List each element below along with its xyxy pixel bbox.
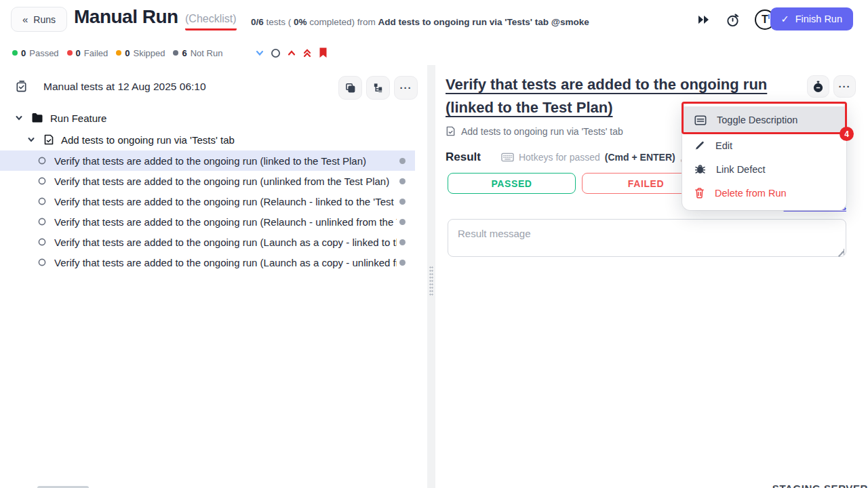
tree-folder-run-feature[interactable]: Run Feature <box>0 107 427 129</box>
document-check-icon <box>43 134 54 146</box>
tests-tree: Run Feature Add tests to ongoing run via… <box>0 107 427 272</box>
menu-item-edit[interactable]: Edit <box>682 134 846 157</box>
copy-icon <box>344 82 356 94</box>
menu-item-toggle-description[interactable]: Toggle Description <box>682 106 846 134</box>
check-icon: ✓ <box>781 14 789 24</box>
run-source: Add tests to ongoing run via 'Tests' tab… <box>378 17 589 27</box>
tree-icon <box>372 82 384 94</box>
chevron-down-icon[interactable] <box>27 136 35 144</box>
document-check-icon <box>446 125 456 137</box>
status-circle-icon <box>38 157 46 165</box>
page-title: Manual Run <box>74 6 178 28</box>
test-title: Verify that tests are added to the ongoi… <box>54 196 397 207</box>
annotation-step-badge: 4 <box>840 127 854 141</box>
menu-item-link-defect[interactable]: Link Defect <box>682 157 846 181</box>
app-window: « Runs Manual Run (Checklist) 0/6 tests … <box>0 0 868 488</box>
stat-passed: 0Passed <box>12 48 59 58</box>
notrun-dot-icon <box>399 199 406 205</box>
stopwatch-button[interactable] <box>807 75 829 98</box>
bug-icon <box>694 163 706 175</box>
stat-notrun: 6Not Run <box>173 48 222 58</box>
ellipsis-icon: ··· <box>839 81 851 92</box>
double-chevron-left-icon: « <box>22 14 28 25</box>
status-circle-icon <box>38 238 46 246</box>
run-stats-line: 0/6 tests ( 0% completed) from Add tests… <box>251 17 589 27</box>
tree-more-button[interactable]: ··· <box>394 76 418 100</box>
test-context-menu: Toggle Description Edit Link Defect Dele… <box>682 103 846 210</box>
detail-action-buttons: ··· <box>807 75 856 98</box>
copy-button[interactable] <box>338 76 362 100</box>
chevron-up-icon[interactable] <box>287 48 296 58</box>
notrun-dot-icon <box>399 219 406 225</box>
priority-filter-icons <box>255 47 328 59</box>
test-row[interactable]: Verify that tests are added to the ongoi… <box>0 211 415 232</box>
failed-dot-icon <box>67 50 73 56</box>
status-circle-icon <box>38 218 46 226</box>
run-checklist-icon <box>15 80 28 96</box>
keyboard-icon <box>501 152 514 162</box>
timer-icon[interactable] <box>726 13 740 27</box>
double-chevron-up-icon[interactable] <box>302 47 312 58</box>
checklist-link[interactable]: (Checklist) <box>185 13 237 30</box>
folder-icon <box>31 113 43 123</box>
chevron-down-icon[interactable] <box>255 48 264 58</box>
test-title: Verify that tests are added to the ongoi… <box>54 257 397 268</box>
passed-dot-icon <box>12 50 18 56</box>
staging-watermark: STAGING SERVER <box>772 483 868 488</box>
menu-item-label: Link Defect <box>716 164 766 175</box>
status-circle-icon <box>38 177 46 185</box>
status-bar: 0Passed 0Failed 0Skipped 6Not Run <box>0 41 868 65</box>
notrun-dot-icon <box>399 178 406 184</box>
test-row[interactable]: Verify that tests are added to the ongoi… <box>0 232 415 252</box>
passed-button[interactable]: PASSED <box>448 173 576 194</box>
menu-item-delete-from-run[interactable]: Delete from Run <box>682 181 846 205</box>
test-title: Verify that tests are added to the ongoi… <box>54 176 397 187</box>
tests-tree-panel: Manual tests at 12 Aug 2025 06:10 ··· <box>0 65 427 488</box>
tree-panel-header: Manual tests at 12 Aug 2025 06:10 ··· <box>0 75 427 102</box>
pencil-icon <box>694 140 705 151</box>
tests-count: 0/6 <box>251 17 264 27</box>
stopwatch-icon <box>812 81 824 93</box>
menu-item-label: Delete from Run <box>715 188 787 199</box>
header-icon-group: T <box>697 9 775 30</box>
notrun-dot-icon <box>399 239 406 245</box>
detail-more-button[interactable]: ··· <box>833 75 856 98</box>
ellipsis-icon: ··· <box>400 82 412 94</box>
percent-complete: 0% <box>294 17 307 27</box>
circle-icon[interactable] <box>271 48 281 58</box>
tree-panel-buttons: ··· <box>338 76 418 100</box>
menu-item-label: Toggle Description <box>717 115 797 125</box>
notrun-dot-icon <box>399 158 406 164</box>
tree-suite-node[interactable]: Add tests to ongoing run via 'Tests' tab <box>0 129 427 150</box>
suite-label: Add tests to ongoing run via 'Tests' tab <box>61 134 235 146</box>
description-icon <box>694 115 707 125</box>
test-row[interactable]: Verify that tests are added to the ongoi… <box>0 252 415 272</box>
status-circle-icon <box>38 258 46 266</box>
test-row[interactable]: Verify that tests are added to the ongoi… <box>0 150 415 171</box>
menu-item-label: Edit <box>715 140 732 151</box>
stat-skipped: 0Skipped <box>116 48 165 58</box>
chevron-down-icon[interactable] <box>15 114 23 122</box>
suite-reference[interactable]: Add tests to ongoing run via 'Tests' tab <box>446 125 623 137</box>
notrun-dot-icon <box>173 50 178 56</box>
test-title: Verify that tests are added to the ongoi… <box>54 237 397 248</box>
panel-resize-handle[interactable] <box>427 65 435 488</box>
suite-reference-label: Add tests to ongoing run via 'Tests' tab <box>461 126 623 137</box>
folder-label: Run Feature <box>50 113 106 124</box>
tree-view-button[interactable] <box>366 76 390 100</box>
status-circle-icon <box>38 197 46 205</box>
result-message-input[interactable] <box>448 219 846 257</box>
finish-run-label: Finish Run <box>795 14 842 24</box>
drag-grip-icon <box>429 266 433 296</box>
test-title: Verify that tests are added to the ongoi… <box>54 216 397 228</box>
bookmark-icon[interactable] <box>318 47 328 59</box>
test-title: Verify that tests are added to the ongoi… <box>54 155 397 167</box>
trash-icon <box>694 187 705 199</box>
finish-run-button[interactable]: ✓ Finish Run <box>770 7 853 30</box>
hotkey-passed: (Cmd + ENTER) <box>605 152 675 163</box>
test-row[interactable]: Verify that tests are added to the ongoi… <box>0 191 415 211</box>
test-row[interactable]: Verify that tests are added to the ongoi… <box>0 171 415 191</box>
fast-forward-icon[interactable] <box>697 14 711 25</box>
back-to-runs-button[interactable]: « Runs <box>11 7 67 32</box>
top-header: « Runs Manual Run (Checklist) 0/6 tests … <box>0 0 868 41</box>
